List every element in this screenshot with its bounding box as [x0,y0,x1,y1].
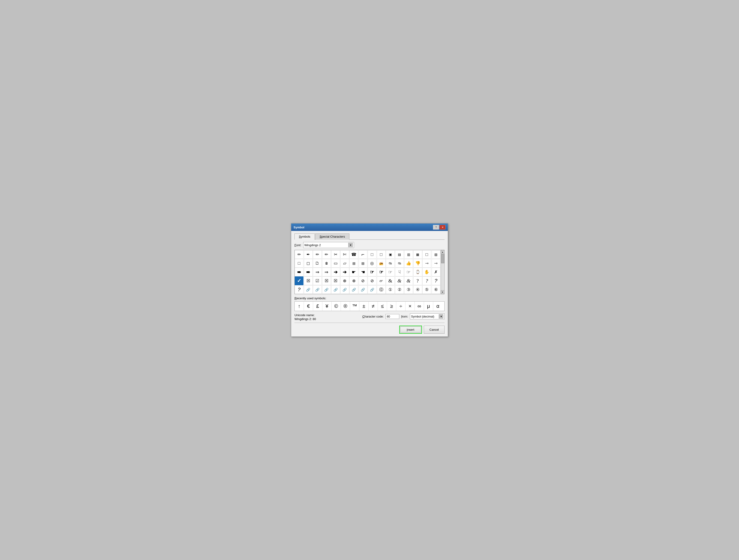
recent-symbol[interactable]: ® [341,302,350,311]
symbol-cell[interactable]: ✋ [422,268,431,276]
symbol-cell[interactable]: ☒ [331,276,340,285]
recent-symbol[interactable]: € [304,302,313,311]
symbol-cell[interactable]: ? [295,285,303,294]
symbol-cell[interactable]: ☞ [377,268,386,276]
recent-symbol[interactable]: © [332,302,341,311]
help-button[interactable]: ? [433,225,439,230]
symbol-cell[interactable]: ➔ [331,268,340,276]
symbol-cell[interactable]: & [404,276,413,285]
symbol-cell[interactable]: 🗋 [313,259,322,268]
symbol-cell[interactable]: ⊘ [359,276,367,285]
symbol-cell[interactable]: ☎ [349,250,358,259]
recent-symbol[interactable]: α [433,302,442,311]
symbol-cell[interactable]: ⌐ [359,250,367,259]
symbol-cell[interactable]: 🔗 [340,285,349,294]
scrollbar-thumb[interactable] [441,254,444,263]
symbol-cell[interactable]: ⊘ [367,276,377,285]
symbol-cell[interactable]: ? [422,276,431,285]
symbol-cell[interactable]: ⑤ [422,285,431,294]
symbol-cell[interactable]: ▭ [331,259,340,268]
symbol-cell[interactable]: 🗑 [322,259,331,268]
symbol-cell[interactable]: ④ [413,285,422,294]
recent-symbol[interactable]: ↑ [295,302,304,311]
symbol-cell[interactable]: ▧ [432,250,440,259]
symbol-cell[interactable]: 🔗 [367,285,377,294]
symbol-cell[interactable]: ▤ [349,259,358,268]
tab-special-characters[interactable]: Special Characters [315,234,349,240]
symbol-cell[interactable]: & [386,276,395,285]
symbol-cell[interactable]: ☛ [349,268,358,276]
recent-symbol[interactable]: ™ [350,302,359,311]
symbol-cell[interactable]: ⇾ [432,259,440,268]
symbol-cell[interactable]: ⇒ [322,268,331,276]
cancel-button[interactable]: Cancel [424,325,445,334]
recent-symbol[interactable]: × [406,302,415,311]
symbol-cell[interactable]: ☒ [304,276,313,285]
symbol-cell[interactable]: ☟ [395,268,404,276]
symbol-cell[interactable]: ② [395,285,404,294]
symbol-cell[interactable]: ✏ [313,250,322,259]
symbol-cell[interactable]: ➔ [340,268,349,276]
recent-symbol[interactable]: ± [359,302,368,311]
symbol-cell[interactable]: ⇾ [422,259,431,268]
symbol-cell[interactable]: ▦ [413,250,422,259]
symbol-cell[interactable]: ✏ [322,250,331,259]
close-button[interactable]: ✕ [439,225,445,230]
symbol-cell[interactable]: & [395,276,404,285]
recent-symbol[interactable]: μ [424,302,433,311]
symbol-cell[interactable]: 👎 [413,259,422,268]
from-dropdown-arrow[interactable]: ▼ [439,314,443,319]
font-dropdown-arrow[interactable]: ▼ [348,243,353,247]
scrollbar-track[interactable] [441,254,444,290]
symbol-cell[interactable]: ▤ [395,250,404,259]
symbol-cell[interactable]: ▤ [359,259,367,268]
symbol-cell[interactable]: ▱ [340,259,349,268]
symbol-cell[interactable]: 🔗 [349,285,358,294]
symbol-cell[interactable]: ? [432,276,440,285]
symbol-cell[interactable]: ☒ [322,276,331,285]
symbol-cell[interactable]: ☚ [359,268,367,276]
symbol-cell[interactable]: □ [422,250,431,259]
symbol-cell[interactable]: 📻 [377,259,386,268]
recent-symbol[interactable]: ÷ [396,302,406,311]
symbol-cell[interactable]: ◎ [367,259,377,268]
symbol-cell[interactable]: □ [377,250,386,259]
symbol-cell[interactable]: ✂ [331,250,340,259]
tab-symbols[interactable]: Symbols [294,234,315,240]
from-dropdown[interactable]: Symbol (decimal) ▼ [410,313,445,319]
symbol-cell[interactable]: ⇒ [313,268,322,276]
symbol-cell[interactable]: ➠ [304,268,313,276]
symbol-cell[interactable]: ⌚ [413,268,422,276]
symbol-cell[interactable]: 🔗 [359,285,367,294]
symbol-cell[interactable]: 🛍 [395,259,404,268]
symbol-cell[interactable]: ⓪ [377,285,386,294]
scroll-up-arrow[interactable]: ▲ [441,250,445,254]
symbol-cell[interactable]: ☞ [386,268,395,276]
symbol-cell[interactable]: 🔗 [322,285,331,294]
symbol-cell[interactable]: er [377,276,386,285]
symbol-cell[interactable]: ✒ [304,250,313,259]
symbol-cell[interactable]: ◻ [304,259,313,268]
recent-symbol[interactable]: £ [313,302,322,311]
symbol-cell[interactable]: ✄ [340,250,349,259]
symbol-cell[interactable]: ▥ [404,250,413,259]
char-code-input[interactable] [386,314,399,319]
symbol-cell[interactable]: □ [367,250,377,259]
symbol-cell[interactable]: ⑥ [432,285,440,294]
symbol-cell[interactable]: ✗ [432,268,440,276]
symbol-cell[interactable]: ① [386,285,395,294]
symbol-cell[interactable]: ⊗ [340,276,349,285]
symbol-cell[interactable]: ☞ [367,268,377,276]
symbol-cell-selected[interactable]: ✓ [295,276,303,285]
symbol-cell[interactable]: ③ [404,285,413,294]
recent-symbol[interactable]: ≤ [378,302,387,311]
font-dropdown[interactable]: Wingdings 2 ▼ [303,242,354,248]
symbol-cell[interactable]: 🔗 [313,285,322,294]
symbol-cell[interactable]: ➠ [295,268,303,276]
insert-button[interactable]: Insert [400,326,421,333]
symbol-cell[interactable]: 👍 [404,259,413,268]
symbol-cell[interactable]: ☞ [404,268,413,276]
symbol-cell[interactable]: ☑ [313,276,322,285]
symbol-cell[interactable]: □ [295,259,303,268]
symbol-cell[interactable]: 🔗 [331,285,340,294]
